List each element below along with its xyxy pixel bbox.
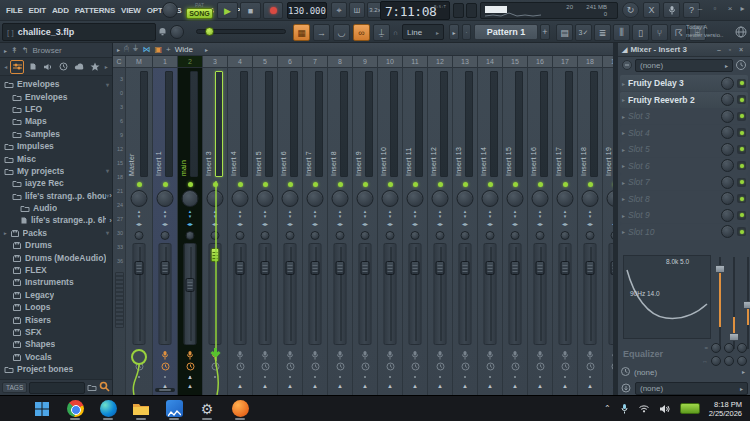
collapse-caret-icon[interactable]: ▾ — [106, 192, 109, 199]
taskbar-chrome-icon[interactable] — [63, 398, 87, 420]
mute-led[interactable] — [538, 182, 543, 187]
typing-keyboard-icon[interactable]: X — [643, 2, 660, 18]
mixer-track-insert-10[interactable]: 10 Insert 10 ▴▾ ◂▸ ▲ — [378, 56, 403, 395]
eq-mid-slider[interactable] — [729, 255, 739, 351]
taskbar-start-icon[interactable] — [30, 398, 54, 420]
pan-arrows[interactable]: ◂▸ — [203, 220, 227, 227]
fx-arrow[interactable]: ▲ — [503, 383, 527, 389]
mixer-track-insert-18[interactable]: 18 Insert 18 ▴▾ ◂▸ ▲ — [578, 56, 603, 395]
slot-label[interactable]: Fruity Reeverb 2 — [628, 95, 718, 105]
effect-slot-slot-7[interactable]: ▸ Slot 7 — [620, 174, 748, 190]
slot-mix-knob[interactable] — [721, 143, 734, 156]
effect-slot-slot-5[interactable]: ▸ Slot 5 — [620, 141, 748, 157]
pan-arrows[interactable]: ◂▸ — [253, 220, 277, 227]
fader-handle[interactable] — [386, 261, 395, 275]
pattern-add-button[interactable]: + — [540, 24, 550, 40]
slot-label[interactable]: Slot 7 — [628, 177, 718, 187]
tags-search-input[interactable] — [29, 382, 85, 394]
volume-fader[interactable] — [209, 243, 222, 345]
collapse-caret-icon[interactable]: ▾ — [106, 167, 109, 174]
input-source-icon[interactable] — [621, 59, 633, 73]
slot-enable-led[interactable] — [737, 211, 746, 220]
playlist-icon[interactable]: ▤ — [556, 24, 573, 41]
stereo-sep-arrows[interactable]: ▴▾ — [578, 209, 602, 219]
tree-item-project-bones[interactable]: Project bones — [0, 363, 112, 375]
slot-mix-knob[interactable] — [721, 93, 734, 106]
track-number[interactable]: 3 — [203, 56, 227, 68]
slot-mix-knob[interactable] — [721, 209, 734, 222]
pan-arrows[interactable]: ◂▸ — [503, 220, 527, 227]
tree-item-sfx[interactable]: SFX — [0, 326, 112, 338]
slot-enable-led[interactable] — [737, 112, 746, 121]
latency-clock-icon[interactable] — [553, 362, 577, 371]
fx-arrow[interactable]: ▲ — [353, 383, 377, 389]
latency-clock-icon[interactable] — [278, 362, 302, 371]
track-name-label[interactable]: Insert 4 — [230, 112, 239, 176]
main-pitch-slider[interactable] — [196, 29, 286, 34]
slot-enable-led[interactable] — [737, 79, 746, 88]
notification-bell-icon[interactable] — [158, 27, 167, 39]
pan-knob[interactable] — [457, 190, 474, 207]
record-arm-icon[interactable] — [578, 350, 602, 360]
mixer-track-insert-4[interactable]: 4 Insert 4 ▴▾ ◂▸ ▲ — [228, 56, 253, 395]
collapse-caret-icon[interactable]: ▾ — [106, 229, 109, 236]
track-number[interactable]: 7 — [303, 56, 327, 68]
latency-clock-icon[interactable] — [528, 362, 552, 371]
fader-handle[interactable] — [536, 261, 545, 275]
mute-led[interactable] — [413, 182, 418, 187]
slot-arrow-icon[interactable]: ▸ — [622, 113, 625, 120]
stereo-sep-arrows[interactable]: ▴▾ — [553, 209, 577, 219]
track-name-label[interactable]: Insert 9 — [355, 112, 364, 176]
stereo-sep-arrows[interactable]: ▴▾ — [403, 209, 427, 219]
volume-fader[interactable] — [559, 243, 572, 345]
browser-up-icon[interactable]: ↟ — [11, 46, 18, 55]
track-name-label[interactable]: Insert 15 — [505, 112, 514, 176]
slot-mix-knob[interactable] — [721, 110, 734, 123]
fader-handle[interactable] — [236, 261, 245, 275]
fx-arrow[interactable]: ▲ — [453, 383, 477, 389]
track-number[interactable]: 13 — [453, 56, 477, 68]
track-number[interactable]: 16 — [528, 56, 552, 68]
bpm-display[interactable]: 130.000 — [287, 2, 327, 19]
stereo-sep-arrows[interactable]: ▴▾ — [228, 209, 252, 219]
eq-band2-level-knob[interactable] — [724, 343, 734, 353]
pan-arrows[interactable]: ◂▸ — [603, 220, 613, 227]
fx-arrow[interactable]: ▲ — [328, 383, 352, 389]
expand-arrow-icon[interactable]: ▸ — [4, 230, 7, 236]
master-volume-knob[interactable] — [162, 2, 178, 18]
volume-fader[interactable] — [184, 243, 197, 345]
fx-arrow[interactable]: ▲ — [428, 383, 452, 389]
update-notice[interactable]: Today A newer versio.. — [686, 23, 732, 39]
slot-label[interactable]: Slot 4 — [628, 128, 718, 138]
fader-handle[interactable] — [261, 261, 270, 275]
tray-chevron-icon[interactable]: ⌃ — [604, 404, 611, 413]
mixer-view-selector[interactable]: Wide — [175, 45, 193, 54]
volume-fader[interactable] — [359, 243, 372, 345]
tree-item-impulses[interactable]: Impulses — [0, 140, 112, 152]
record-arm-icon[interactable] — [403, 350, 427, 360]
effect-slot-slot-9[interactable]: ▸ Slot 9 — [620, 207, 748, 223]
latency-clock-icon[interactable] — [303, 362, 327, 371]
mute-led[interactable] — [363, 182, 368, 187]
effect-slot-fruity-delay-3[interactable]: ▸ Fruity Delay 3 — [620, 75, 748, 91]
pan-arrows[interactable]: ◂▸ — [303, 220, 327, 227]
fader-handle[interactable] — [161, 261, 170, 275]
stereo-sep-arrows[interactable]: ▴▾ — [253, 209, 277, 219]
slider-handle[interactable] — [205, 27, 214, 36]
taskbar-fl-studio-icon[interactable] — [228, 398, 252, 420]
slot-mix-knob[interactable] — [721, 225, 734, 238]
slot-label[interactable]: Slot 10 — [628, 227, 718, 237]
fx-arrow[interactable]: ▲ — [278, 383, 302, 389]
headphone-icon[interactable]: ∩ — [393, 29, 398, 36]
stereo-knob[interactable] — [411, 231, 420, 240]
stereo-knob[interactable] — [261, 231, 270, 240]
tree-item-samples[interactable]: Samples — [0, 128, 112, 140]
input-source-selector[interactable]: (none)▸ — [635, 59, 733, 72]
latency-clock-icon[interactable] — [578, 362, 602, 371]
mute-led[interactable] — [213, 182, 218, 187]
slot-arrow-icon[interactable]: ▸ — [622, 179, 625, 186]
taskbar-file-explorer-icon[interactable] — [129, 398, 153, 420]
pan-arrows[interactable]: ◂▸ — [278, 220, 302, 227]
track-number[interactable]: 15 — [503, 56, 527, 68]
fader-handle[interactable] — [361, 261, 370, 275]
